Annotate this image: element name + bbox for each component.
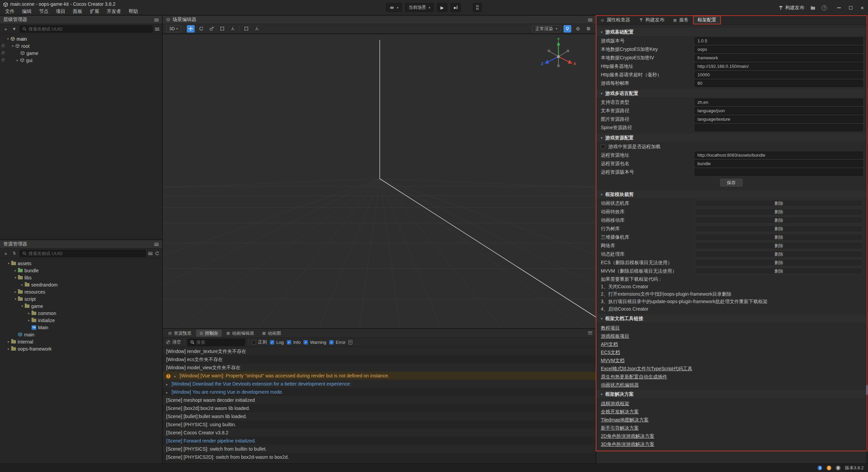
- delete-button[interactable]: 删除: [695, 259, 863, 266]
- chevron-down-icon[interactable]: ▾: [13, 297, 18, 301]
- assets-search[interactable]: [20, 250, 146, 257]
- console-line[interactable]: [Scene] [bullet]:bullet wasm lib loaded.: [163, 412, 596, 420]
- menu-extension[interactable]: 扩展: [86, 8, 103, 15]
- tree-node-game[interactable]: game: [0, 50, 162, 57]
- remote-bundle-name-input[interactable]: [695, 160, 863, 167]
- http-server-input[interactable]: [695, 63, 863, 70]
- scale-tool-button[interactable]: [208, 25, 216, 33]
- scene-selector[interactable]: 当前场景 ▾: [405, 3, 434, 12]
- tree-node-gui[interactable]: ▸ gui: [0, 57, 162, 64]
- asset-node-internal[interactable]: ▸ internal: [0, 338, 162, 345]
- section-doc-links[interactable]: ▾ 框架文档工具链接: [596, 314, 866, 323]
- scrollbar-thumb[interactable]: [866, 385, 868, 395]
- layout-button[interactable]: [473, 3, 482, 12]
- chevron-down-icon[interactable]: ▾: [13, 276, 18, 279]
- image-res-path-input[interactable]: [695, 116, 863, 123]
- scene-viewport[interactable]: Y X Z: [163, 35, 596, 328]
- checkbox-checked-icon[interactable]: ✓: [270, 340, 274, 345]
- section-basic-config[interactable]: ▾ 游戏基础配置: [596, 28, 866, 37]
- checkbox-unchecked-icon[interactable]: [252, 340, 256, 345]
- asset-node-script[interactable]: ▾ script: [0, 295, 162, 302]
- delete-button[interactable]: 删除: [695, 200, 863, 207]
- tab-property-inspector[interactable]: ◎ 属性检查器: [596, 16, 635, 24]
- asset-node-main-scene[interactable]: main: [0, 331, 162, 338]
- remote-res-version-input[interactable]: [695, 169, 863, 176]
- axis-negative-z-handle[interactable]: [567, 50, 569, 52]
- menu-file[interactable]: 文件: [1, 8, 18, 15]
- link-3drpg-solution[interactable]: 3D角色扮演游戏解决方案: [601, 441, 654, 448]
- create-node-button[interactable]: +: [3, 26, 9, 32]
- lock-icon[interactable]: [2, 44, 4, 47]
- filter-log-checkbox[interactable]: ✓ Log: [270, 340, 284, 345]
- step-button[interactable]: ▶: [451, 3, 461, 12]
- console-line[interactable]: [Scene] meshopt wasm decoder initialized: [163, 396, 596, 404]
- link-mvvm-doc[interactable]: MVVM文档: [601, 357, 625, 364]
- panel-menu-icon[interactable]: [588, 18, 592, 21]
- panel-menu-icon[interactable]: [154, 18, 159, 21]
- delete-button[interactable]: 删除: [695, 225, 863, 232]
- play-button[interactable]: ▶: [437, 3, 447, 12]
- console-line[interactable]: [Window] model_view文件夹不存在: [163, 363, 596, 372]
- console-line-warning[interactable]: ! ▸ [Window] [Vue warn]: Property "onInp…: [163, 372, 596, 380]
- help-icon[interactable]: ?: [822, 5, 827, 11]
- link-animator-editor[interactable]: 动画状态机编辑器: [601, 381, 639, 388]
- filter-icon[interactable]: [155, 27, 159, 31]
- section-language-config[interactable]: ▾ 游戏多语言配置: [596, 89, 866, 98]
- menu-developer[interactable]: 开发者: [103, 8, 125, 15]
- filter-warning-checkbox[interactable]: ✓ Warning: [303, 340, 326, 345]
- asset-node-assets[interactable]: ▾ assets: [0, 260, 162, 267]
- asset-node-oops-framework[interactable]: ▸ oops-framework: [0, 345, 162, 352]
- crypto-iv-input[interactable]: [695, 54, 863, 61]
- lock-icon[interactable]: [2, 58, 4, 61]
- frame-rate-input[interactable]: [695, 80, 863, 87]
- remote-res-url-input[interactable]: [695, 152, 863, 159]
- console-line[interactable]: [Scene] Cocos Creator v3.8.2: [163, 429, 596, 437]
- maximize-button[interactable]: [849, 6, 852, 9]
- error-count-badge[interactable]: 0: [836, 466, 841, 470]
- view-options-button[interactable]: [585, 25, 592, 33]
- tab-animation-editor[interactable]: ▦ 动画编辑器: [223, 330, 257, 337]
- menu-edit[interactable]: 编辑: [18, 8, 35, 15]
- console-line[interactable]: [Scene] [box2d]:box2d wasm lib loaded.: [163, 404, 596, 412]
- checkbox-checked-icon[interactable]: ✓: [287, 340, 291, 345]
- section-resource-config[interactable]: ▾ 游戏资源配置: [596, 134, 866, 142]
- http-timeout-input[interactable]: [695, 71, 863, 78]
- chevron-right-icon[interactable]: ▸: [26, 318, 32, 322]
- link-api-doc[interactable]: API文档: [601, 341, 618, 348]
- device-selector[interactable]: ▾: [386, 3, 402, 12]
- filter-error-checkbox[interactable]: ✓ Error: [329, 340, 346, 345]
- regex-checkbox[interactable]: 正则: [252, 339, 267, 345]
- lock-icon[interactable]: [2, 51, 4, 54]
- delete-button[interactable]: 删除: [695, 251, 863, 258]
- link-wargame-framework[interactable]: 战棋游戏框架: [601, 400, 629, 407]
- console-line-link[interactable]: ▸ [Window] Download the Vue Devtools ext…: [163, 380, 596, 388]
- axis-negative-y-handle[interactable]: [557, 64, 560, 67]
- clear-console-button[interactable]: 清空: [166, 339, 181, 345]
- console-line[interactable]: [Scene] [PHYSICS2D]: switch from box2d-w…: [163, 453, 596, 461]
- log-count-badge[interactable]: 3: [817, 466, 822, 470]
- axis-y-arrow[interactable]: [557, 41, 560, 45]
- asset-node-initialize[interactable]: ▸ initialize: [0, 317, 162, 324]
- menu-help[interactable]: 帮助: [125, 8, 142, 15]
- language-types-input[interactable]: [695, 99, 863, 106]
- asset-node-common[interactable]: ▸ common: [0, 310, 162, 317]
- scene-settings-button[interactable]: ⚙: [574, 25, 582, 33]
- tab-animation-graph[interactable]: ▩ 动画图: [259, 330, 284, 337]
- asset-node-game[interactable]: ▾ game: [0, 302, 162, 310]
- spine-res-path-input[interactable]: [695, 124, 863, 131]
- render-mode-select[interactable]: 正常渲染 ▾: [532, 25, 561, 32]
- chevron-down-icon[interactable]: ▾: [20, 304, 25, 308]
- console-line-link[interactable]: ▸ [Window] You are running Vue in develo…: [163, 388, 596, 396]
- link-fullstack-solution[interactable]: 全栈开发解决方案: [601, 408, 639, 415]
- lighting-toggle-button[interactable]: [564, 25, 571, 33]
- expand-chevron-icon[interactable]: ▸: [166, 382, 168, 386]
- filter-info-checkbox[interactable]: ✓ Info: [287, 340, 301, 345]
- minimize-button[interactable]: [837, 7, 841, 8]
- assets-search-input[interactable]: [28, 251, 143, 256]
- crypto-key-input[interactable]: [695, 46, 863, 53]
- tab-framework-config[interactable]: 框架配置: [693, 16, 721, 24]
- tab-build-publish[interactable]: 构建发布: [635, 16, 669, 24]
- link-hotupdate-plugin[interactable]: 原生包热更新配置自动生成插件: [601, 373, 667, 380]
- link-excel-tool[interactable]: Excel格式转Json文件与TypeScript代码工具: [601, 365, 692, 372]
- chevron-right-icon[interactable]: ▸: [6, 347, 11, 351]
